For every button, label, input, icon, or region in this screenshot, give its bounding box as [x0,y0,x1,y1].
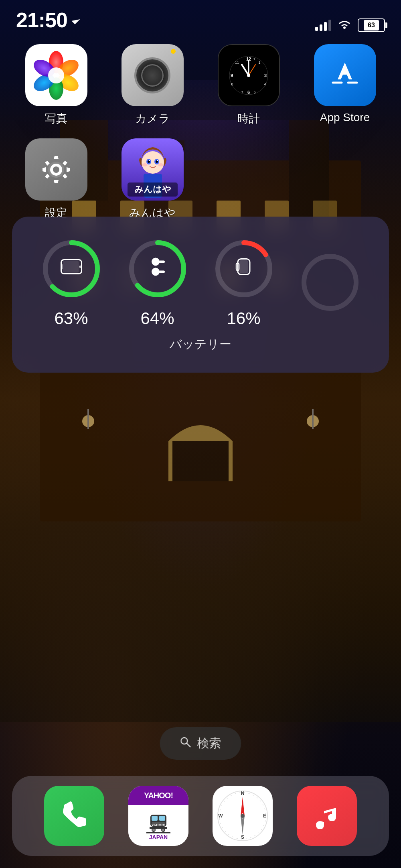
clock-icon[interactable]: 12 3 6 9 1 4 5 7 8 11 1 [218,44,280,106]
dock: YAHOO! YAHOO! JAPAN [12,776,389,856]
svg-point-44 [247,74,250,77]
battery-indicator: 63 [358,18,385,32]
app-empty-1 [213,138,285,221]
svg-point-27 [48,67,64,83]
dock-item-phone[interactable] [44,786,104,846]
yahoo-icon[interactable]: YAHOO! YAHOO! JAPAN [128,786,188,846]
unknown-ring-svg [298,250,362,314]
svg-text:4: 4 [264,82,266,86]
battery-device-unknown [298,250,362,314]
svg-text:7: 7 [241,90,243,94]
airpods-ring [126,237,190,301]
app-item-minhaya[interactable]: みんはや みんはや [116,138,188,221]
svg-text:9: 9 [231,73,233,78]
svg-rect-66 [63,261,79,273]
minhaya-icon[interactable]: みんはや [122,138,184,201]
battery-device-airpods: 64% [126,237,190,328]
battery-text: 63 [368,22,375,29]
svg-text:6: 6 [247,90,250,95]
svg-point-59 [158,163,164,166]
camera-icon[interactable] [122,44,184,106]
location-arrow-icon [71,16,80,24]
camera-dot [171,49,176,54]
svg-rect-78 [239,260,248,274]
svg-point-58 [142,163,148,166]
svg-line-82 [187,743,190,747]
iphone-ring [39,237,103,301]
app-empty-2 [309,138,381,221]
app-row-1: 写真 カメラ 12 3 6 9 [20,44,381,126]
svg-point-73 [152,258,160,266]
svg-text:W: W [218,813,223,819]
case-ring [212,237,276,301]
svg-point-51 [142,151,164,174]
svg-text:8: 8 [231,82,233,86]
svg-text:S: S [241,834,244,840]
dock-item-yahoo[interactable]: YAHOO! YAHOO! JAPAN [128,786,188,846]
svg-point-49 [53,166,59,173]
signal-bar-4 [328,20,331,31]
dock-item-safari[interactable]: N E S W [213,786,273,846]
svg-point-57 [157,160,158,161]
safari-icon[interactable]: N E S W [213,786,273,846]
time-text: 21:50 [16,8,67,32]
phone-handset-icon [58,800,90,832]
music-note-icon [310,799,344,833]
photos-label: 写真 [45,111,67,126]
status-right: 63 [315,18,385,32]
search-bar[interactable]: 検索 [160,727,241,760]
case-percent: 16% [227,309,260,328]
settings-icon[interactable] [25,138,87,201]
battery-widget: 63% 64 [12,217,389,373]
svg-point-80 [304,256,356,308]
airpods-icon [146,257,168,281]
app-item-photos[interactable]: 写真 [20,44,92,126]
iphone-percent: 63% [54,309,88,328]
svg-text:E: E [263,813,266,819]
signal-bar-1 [315,27,318,31]
svg-text:11: 11 [235,61,239,65]
svg-point-90 [152,829,155,831]
search-icon [180,736,191,750]
appstore-label: App Store [320,111,370,124]
svg-text:3: 3 [264,73,267,78]
app-item-appstore[interactable]: App Store [309,44,381,126]
appstore-logo [325,55,365,95]
signal-bar-2 [320,24,322,31]
camera-label: カメラ [135,111,170,126]
svg-point-56 [149,160,150,161]
svg-rect-68 [61,264,63,270]
svg-text:YAHOO!: YAHOO! [151,823,165,827]
gear-icon [34,148,78,192]
camera-lens [134,57,170,93]
svg-rect-14 [172,441,229,481]
signal-bars [315,20,331,31]
airpods-percent: 64% [140,309,174,328]
svg-point-71 [152,268,160,276]
svg-point-67 [79,266,81,268]
wifi-icon [338,18,351,32]
battery-label: バッテリー [28,336,373,353]
iphone-icon [62,256,80,282]
battery-device-iphone: 63% [39,237,103,328]
battery-devices: 63% 64 [28,237,373,328]
music-icon[interactable] [297,786,357,846]
time-display: 21:50 [16,8,78,32]
phone-icon[interactable] [44,786,104,846]
svg-text:みんはや: みんはや [134,184,171,194]
app-item-camera[interactable]: カメラ [116,44,188,126]
battery-device-case: 16% [212,237,276,328]
svg-rect-74 [159,261,165,263]
app-item-clock[interactable]: 12 3 6 9 1 4 5 7 8 11 1 [213,44,285,126]
photos-icon[interactable] [25,44,87,106]
status-bar: 21:50 63 [0,0,401,40]
dock-item-music[interactable] [297,786,357,846]
search-text: 検索 [197,735,221,752]
app-item-settings[interactable]: 設定 [20,138,92,221]
appstore-icon[interactable] [314,44,376,106]
svg-text:1: 1 [253,57,255,61]
svg-rect-84 [152,816,158,821]
unknown-ring [298,250,362,314]
app-grid: 写真 カメラ 12 3 6 9 [0,44,401,233]
case-icon [233,257,255,281]
